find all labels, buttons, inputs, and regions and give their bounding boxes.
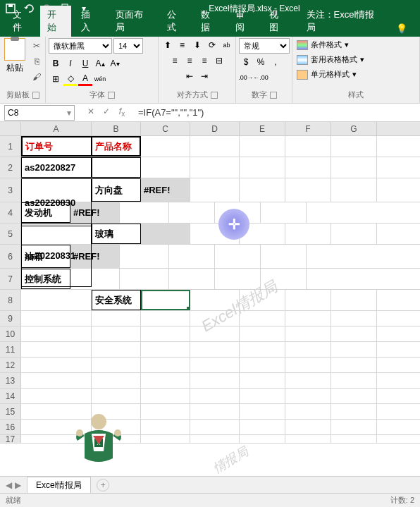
cell[interactable] [261, 245, 307, 268]
cell[interactable] [141, 420, 190, 434]
cell[interactable] [141, 389, 190, 403]
paste-button[interactable]: 粘贴 [1, 38, 29, 85]
cell[interactable] [92, 404, 141, 419]
name-box[interactable]: C8▾ [4, 105, 75, 121]
border-button[interactable]: ⊞ [49, 72, 63, 86]
cell[interactable] [141, 290, 190, 310]
fill-color-button[interactable]: ◇ [63, 72, 78, 86]
cell[interactable] [240, 420, 285, 434]
currency-icon[interactable]: $ [239, 55, 253, 69]
increase-decimal-icon[interactable]: .00→ [239, 71, 253, 85]
tab-prev-icon[interactable]: ◀ [6, 480, 12, 490]
cell[interactable]: 产品名称 [92, 136, 141, 157]
cell[interactable] [190, 420, 240, 434]
cell[interactable] [21, 389, 92, 403]
align-right-icon[interactable]: ≡ [197, 54, 211, 68]
align-launcher[interactable] [211, 92, 218, 99]
cell[interactable] [285, 224, 331, 244]
font-name-select[interactable]: 微软雅黑 [49, 38, 112, 54]
merge-cells-icon[interactable]: ⊟ [212, 54, 226, 68]
cell[interactable] [285, 326, 331, 341]
phonetic-button[interactable]: wén [93, 72, 107, 86]
cell[interactable] [21, 404, 92, 419]
cell[interactable] [190, 326, 240, 341]
cut-icon[interactable]: ✂ [29, 38, 44, 54]
cell[interactable] [240, 342, 285, 357]
cell[interactable] [285, 358, 331, 372]
cancel-formula-icon[interactable]: ✕ [85, 106, 97, 118]
cell[interactable] [240, 290, 285, 310]
cell[interactable] [190, 178, 240, 202]
cell[interactable] [92, 157, 141, 178]
cell[interactable] [141, 224, 190, 244]
cell[interactable] [285, 311, 331, 326]
col-header[interactable]: F [285, 122, 331, 135]
cell[interactable] [240, 389, 285, 403]
cell[interactable] [190, 358, 240, 372]
row-header[interactable]: 17 [0, 435, 21, 443]
add-sheet-button[interactable]: + [97, 479, 109, 491]
cell[interactable] [92, 420, 141, 434]
col-header[interactable]: B [92, 122, 141, 135]
lightbulb-icon[interactable]: 💡 [389, 20, 414, 37]
cell[interactable] [141, 404, 190, 419]
cell[interactable] [261, 202, 307, 223]
cell[interactable] [240, 157, 285, 178]
cell[interactable] [92, 389, 141, 403]
row-header[interactable]: 12 [0, 358, 21, 372]
cell[interactable] [240, 435, 285, 443]
copy-icon[interactable]: ⎘ [29, 54, 44, 69]
cell[interactable] [92, 311, 141, 326]
row-header[interactable]: 5 [0, 224, 21, 244]
cell[interactable] [120, 202, 169, 223]
cell[interactable] [240, 136, 285, 157]
conditional-format-button[interactable]: 条件格式 ▾ [295, 38, 350, 51]
row-header[interactable]: 4 [0, 202, 21, 223]
cell[interactable] [141, 136, 190, 157]
cell[interactable] [190, 224, 240, 244]
font-size-select[interactable]: 14 [113, 38, 143, 54]
cell[interactable] [21, 326, 92, 341]
cell[interactable] [190, 290, 240, 310]
decrease-font-icon[interactable]: A▾ [108, 56, 122, 71]
cell[interactable] [169, 202, 215, 223]
cell[interactable] [92, 373, 141, 388]
row-header[interactable]: 15 [0, 404, 21, 419]
cell[interactable] [331, 311, 377, 326]
cell[interactable]: 安全系统 [92, 290, 141, 310]
cell[interactable] [190, 435, 240, 443]
cell[interactable]: as20220830 [21, 178, 92, 226]
confirm-formula-icon[interactable]: ✓ [100, 106, 113, 118]
table-format-button[interactable]: 套用表格格式 ▾ [295, 53, 366, 66]
row-header[interactable]: 7 [0, 269, 21, 289]
cell[interactable] [215, 202, 261, 223]
cell[interactable] [92, 342, 141, 357]
menu-file[interactable]: 文件 [6, 6, 37, 37]
align-middle-icon[interactable]: ≡ [175, 38, 190, 52]
indent-left-icon[interactable]: ⇤ [183, 69, 197, 83]
cell[interactable] [331, 358, 377, 372]
cell[interactable] [240, 311, 285, 326]
cell[interactable] [190, 373, 240, 388]
cell[interactable] [190, 342, 240, 357]
cell[interactable] [285, 136, 331, 157]
row-header[interactable]: 8 [0, 290, 21, 310]
cell[interactable] [190, 136, 240, 157]
cell[interactable] [141, 311, 190, 326]
align-bottom-icon[interactable]: ⬇ [190, 38, 204, 52]
cell[interactable] [190, 157, 240, 178]
align-center-icon[interactable]: ≡ [183, 54, 197, 68]
menu-home[interactable]: 开始 [40, 6, 72, 37]
row-header[interactable]: 16 [0, 420, 21, 434]
col-header[interactable]: C [141, 122, 190, 135]
indent-right-icon[interactable]: ⇥ [197, 69, 211, 83]
orientation-icon[interactable]: ⟳ [205, 38, 219, 52]
menu-review[interactable]: 审阅 [228, 6, 260, 37]
cell[interactable] [240, 326, 285, 341]
cell[interactable] [141, 342, 190, 357]
cell[interactable] [331, 224, 377, 244]
cell[interactable] [261, 269, 307, 289]
cell[interactable] [331, 435, 377, 443]
bold-button[interactable]: B [49, 56, 63, 71]
formula-bar[interactable]: =IF(A7="","","1") [134, 107, 420, 118]
